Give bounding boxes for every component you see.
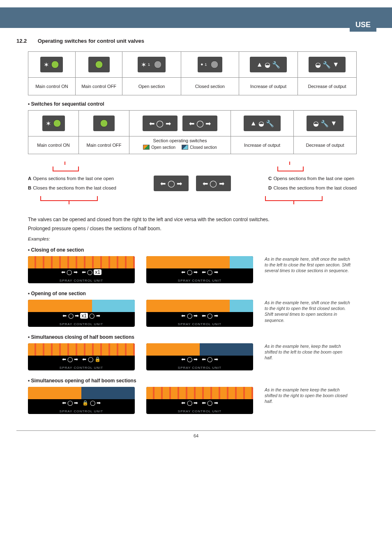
cell-label: Closed section bbox=[181, 78, 239, 95]
explain-line2: Prolonged pressure opens / closes the se… bbox=[28, 225, 376, 232]
cell-label: Main control ON bbox=[28, 78, 76, 95]
cell-label: Increase of output bbox=[231, 136, 294, 154]
cell-label: Decrease of output bbox=[297, 78, 356, 95]
main-on-icon: ✶ bbox=[42, 116, 65, 131]
seq-switch-icon: ⬅ ◯ ➡ bbox=[196, 176, 231, 191]
main-off-icon bbox=[88, 57, 110, 72]
seq-switch-icon: ⬅ ◯ ➡ bbox=[154, 176, 189, 191]
cell-label: Main control ON bbox=[28, 136, 79, 154]
svg-point-3 bbox=[211, 61, 218, 68]
closed-section-icon: • 1 bbox=[198, 57, 223, 72]
control-panel-before: ⬅ ◯ ➡ x1 ◯ ➡ SPRAY CONTROL UNIT bbox=[28, 300, 135, 327]
seq-switch-right-icon: ⬅ ◯ ➡ bbox=[182, 116, 217, 131]
example-caption: As in the example here keep the switch s… bbox=[265, 387, 351, 405]
example-heading: • Simultaneous closing of half boom sect… bbox=[28, 334, 376, 340]
cell-label: Decrease of output bbox=[294, 136, 357, 154]
example-caption: As in the example here, shift once the s… bbox=[265, 300, 351, 323]
increase-output-icon: ◒ 🔧 bbox=[250, 57, 287, 72]
control-panel-after: ⬅ ◯ ➡ ⬅ ◯ ➡ SPRAY CONTROL UNIT bbox=[146, 300, 253, 327]
callout-box: AOpens sections from the last one open B… bbox=[28, 158, 357, 210]
control-panel-after: ⬅ ◯ ➡ ⬅ ◯ ➡ SPRAY CONTROL UNIT bbox=[146, 387, 253, 414]
cell-label: Open section bbox=[122, 78, 181, 95]
svg-point-4 bbox=[53, 120, 61, 127]
switch-table-sequential: ✶ ⬅ ◯ ➡ ⬅ ◯ ➡ ◒ 🔧 ◒ 🔧 Main control ON Ma… bbox=[28, 110, 357, 154]
legend-closed: Closed section bbox=[182, 145, 217, 150]
example-heading: • Closing of one section bbox=[28, 247, 376, 253]
increase-output-icon: ◒ 🔧 bbox=[244, 116, 281, 131]
example-heading: • Opening of one section bbox=[28, 291, 376, 296]
svg-point-0 bbox=[51, 61, 59, 68]
section-heading: 12.2 Operating switches for control unit… bbox=[16, 38, 376, 44]
control-panel-before: ⬅ ◯ ➡ ⬅ ◯ x1 SPRAY CONTROL UNIT bbox=[28, 256, 135, 283]
control-panel-after: ⬅ ◯ ➡ ⬅ ◯ ➡ SPRAY CONTROL UNIT bbox=[146, 343, 253, 370]
main-on-icon: ✶ bbox=[40, 57, 63, 72]
cell-label: Main control OFF bbox=[79, 136, 129, 154]
legend-open: Open section bbox=[143, 145, 175, 150]
svg-point-2 bbox=[154, 61, 161, 68]
decrease-output-icon: ◒ 🔧 bbox=[309, 57, 346, 72]
control-panel-before: ⬅ ◯ ➡ 🔒 ◯ ➡ SPRAY CONTROL UNIT bbox=[28, 387, 135, 414]
cell-label: Main control OFF bbox=[75, 78, 122, 95]
header-bar: USE bbox=[0, 7, 392, 28]
example-caption: As in the example here, keep the switch … bbox=[265, 343, 351, 361]
control-panel-after: ⬅ ◯ ➡ ⬅ ◯ ➡ SPRAY CONTROL UNIT bbox=[146, 256, 253, 283]
examples-block: • Closing of one section ⬅ ◯ ➡ ⬅ ◯ x1 SP… bbox=[28, 247, 376, 414]
callout-left: AOpens sections from the last one open B… bbox=[28, 174, 116, 193]
seq-switch-left-icon: ⬅ ◯ ➡ bbox=[143, 116, 178, 131]
cell-label: Increase of output bbox=[239, 78, 298, 95]
section-title: Operating switches for control unit valv… bbox=[38, 38, 144, 44]
page-number: 64 bbox=[16, 430, 376, 438]
example-caption: As in the example here, shift once the s… bbox=[265, 256, 351, 274]
switch-table-basic: ✶ ✶ 1 • 1 ◒ 🔧 ◒ 🔧 Main control ON Main c… bbox=[28, 51, 357, 95]
callout-right: COpens sections from the last one open D… bbox=[268, 174, 357, 193]
svg-point-5 bbox=[100, 120, 108, 127]
section-number: 12.2 bbox=[16, 38, 36, 44]
header-tag: USE bbox=[350, 19, 376, 32]
explain-line1: The valves can be opened and closed from… bbox=[28, 216, 376, 223]
svg-point-1 bbox=[95, 61, 103, 68]
sequential-heading: • Switches for sequential control bbox=[28, 101, 376, 107]
example-heading: • Simultaneous opening of half boom sect… bbox=[28, 378, 376, 384]
open-section-icon: ✶ 1 bbox=[138, 57, 166, 72]
main-off-icon bbox=[93, 116, 115, 131]
control-panel-before: ⬅ ◯ ➡ ⬅ ◯ 🔒 SPRAY CONTROL UNIT bbox=[28, 343, 135, 370]
examples-label: Examples: bbox=[28, 236, 376, 241]
decrease-output-icon: ◒ 🔧 bbox=[307, 116, 344, 131]
section-operating-label: Section operating switches bbox=[132, 138, 228, 143]
